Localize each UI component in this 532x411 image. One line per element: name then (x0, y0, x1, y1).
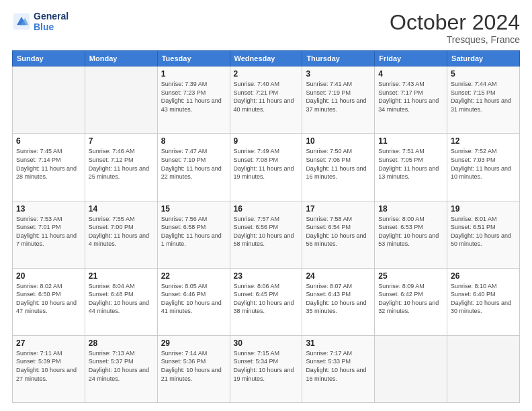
day-number: 17 (306, 204, 371, 214)
logo: General Blue (12, 11, 69, 32)
day-number: 19 (451, 204, 516, 214)
day-number: 24 (306, 271, 371, 281)
calendar-cell: 6Sunrise: 7:45 AMSunset: 7:14 PMDaylight… (13, 134, 85, 201)
day-number: 22 (161, 271, 226, 281)
day-info: Sunrise: 7:13 AMSunset: 5:37 PMDaylight:… (89, 349, 154, 383)
day-number: 15 (161, 204, 226, 214)
day-number: 18 (378, 204, 443, 214)
calendar-table: Sunday Monday Tuesday Wednesday Thursday… (12, 50, 520, 403)
calendar-cell: 25Sunrise: 8:09 AMSunset: 6:42 PMDayligh… (375, 268, 447, 335)
calendar-cell: 30Sunrise: 7:15 AMSunset: 5:34 PMDayligh… (230, 335, 302, 402)
day-number: 4 (378, 69, 443, 79)
calendar-cell: 11Sunrise: 7:51 AMSunset: 7:05 PMDayligh… (375, 134, 447, 201)
calendar-cell: 21Sunrise: 8:04 AMSunset: 6:48 PMDayligh… (85, 268, 157, 335)
day-info: Sunrise: 7:51 AMSunset: 7:05 PMDaylight:… (378, 147, 443, 181)
calendar-cell: 10Sunrise: 7:50 AMSunset: 7:06 PMDayligh… (302, 134, 375, 201)
day-number: 21 (89, 271, 154, 281)
day-info: Sunrise: 8:00 AMSunset: 6:53 PMDaylight:… (378, 215, 443, 248)
day-info: Sunrise: 7:58 AMSunset: 6:54 PMDaylight:… (306, 215, 371, 248)
calendar-cell: 22Sunrise: 8:05 AMSunset: 6:46 PMDayligh… (157, 268, 230, 335)
week-row-3: 20Sunrise: 8:02 AMSunset: 6:50 PMDayligh… (13, 268, 520, 335)
day-info: Sunrise: 8:06 AMSunset: 6:45 PMDaylight:… (234, 282, 299, 316)
week-row-1: 6Sunrise: 7:45 AMSunset: 7:14 PMDaylight… (13, 134, 520, 201)
calendar-cell: 15Sunrise: 7:56 AMSunset: 6:58 PMDayligh… (157, 201, 230, 268)
day-info: Sunrise: 8:02 AMSunset: 6:50 PMDaylight:… (16, 282, 81, 316)
calendar-cell: 24Sunrise: 8:07 AMSunset: 6:43 PMDayligh… (302, 268, 375, 335)
calendar-cell: 28Sunrise: 7:13 AMSunset: 5:37 PMDayligh… (85, 335, 157, 402)
day-number: 8 (161, 136, 226, 146)
day-number: 2 (234, 69, 299, 79)
day-info: Sunrise: 7:57 AMSunset: 6:56 PMDaylight:… (234, 215, 299, 248)
week-row-2: 13Sunrise: 7:53 AMSunset: 7:01 PMDayligh… (13, 201, 520, 268)
header-sunday: Sunday (13, 51, 85, 66)
header-saturday: Saturday (447, 51, 520, 66)
calendar-cell: 14Sunrise: 7:55 AMSunset: 7:00 PMDayligh… (85, 201, 157, 268)
calendar-cell: 26Sunrise: 8:10 AMSunset: 6:40 PMDayligh… (447, 268, 520, 335)
calendar-cell: 8Sunrise: 7:47 AMSunset: 7:10 PMDaylight… (157, 134, 230, 201)
calendar-cell: 17Sunrise: 7:58 AMSunset: 6:54 PMDayligh… (302, 201, 375, 268)
header-monday: Monday (85, 51, 157, 66)
calendar-cell: 20Sunrise: 8:02 AMSunset: 6:50 PMDayligh… (13, 268, 85, 335)
day-info: Sunrise: 7:46 AMSunset: 7:12 PMDaylight:… (89, 147, 154, 181)
calendar-cell: 4Sunrise: 7:43 AMSunset: 7:17 PMDaylight… (375, 66, 447, 134)
day-info: Sunrise: 8:10 AMSunset: 6:40 PMDaylight:… (451, 282, 516, 316)
day-info: Sunrise: 7:40 AMSunset: 7:21 PMDaylight:… (234, 80, 299, 113)
day-info: Sunrise: 8:01 AMSunset: 6:51 PMDaylight:… (451, 215, 516, 248)
calendar-cell: 19Sunrise: 8:01 AMSunset: 6:51 PMDayligh… (447, 201, 520, 268)
day-number: 6 (16, 136, 81, 146)
calendar-cell: 18Sunrise: 8:00 AMSunset: 6:53 PMDayligh… (375, 201, 447, 268)
day-info: Sunrise: 8:04 AMSunset: 6:48 PMDaylight:… (89, 282, 154, 316)
day-info: Sunrise: 7:15 AMSunset: 5:34 PMDaylight:… (234, 349, 299, 383)
day-number: 28 (89, 338, 154, 348)
calendar-cell: 2Sunrise: 7:40 AMSunset: 7:21 PMDaylight… (230, 66, 302, 134)
week-row-4: 27Sunrise: 7:11 AMSunset: 5:39 PMDayligh… (13, 335, 520, 402)
day-number: 3 (306, 69, 371, 79)
logo-icon (12, 12, 31, 31)
calendar-cell: 3Sunrise: 7:41 AMSunset: 7:19 PMDaylight… (302, 66, 375, 134)
calendar-cell: 12Sunrise: 7:52 AMSunset: 7:03 PMDayligh… (447, 134, 520, 201)
weekday-header-row: Sunday Monday Tuesday Wednesday Thursday… (13, 51, 520, 66)
header-friday: Friday (375, 51, 447, 66)
day-number: 16 (234, 204, 299, 214)
calendar-cell (13, 66, 85, 134)
day-number: 11 (378, 136, 443, 146)
day-info: Sunrise: 8:07 AMSunset: 6:43 PMDaylight:… (306, 282, 371, 316)
calendar-cell: 31Sunrise: 7:17 AMSunset: 5:33 PMDayligh… (302, 335, 375, 402)
day-number: 30 (234, 338, 299, 348)
day-info: Sunrise: 7:14 AMSunset: 5:36 PMDaylight:… (161, 349, 226, 383)
calendar-cell: 5Sunrise: 7:44 AMSunset: 7:15 PMDaylight… (447, 66, 520, 134)
day-number: 23 (234, 271, 299, 281)
month-title: October 2024 (390, 11, 520, 34)
day-info: Sunrise: 7:55 AMSunset: 7:00 PMDaylight:… (89, 215, 154, 248)
day-info: Sunrise: 7:47 AMSunset: 7:10 PMDaylight:… (161, 147, 226, 181)
day-info: Sunrise: 8:05 AMSunset: 6:46 PMDaylight:… (161, 282, 226, 316)
calendar-cell (375, 335, 447, 402)
day-number: 5 (451, 69, 516, 79)
day-number: 29 (161, 338, 226, 348)
calendar-cell: 23Sunrise: 8:06 AMSunset: 6:45 PMDayligh… (230, 268, 302, 335)
title-block: October 2024 Tresques, France (390, 11, 520, 45)
day-number: 20 (16, 271, 81, 281)
header: General Blue October 2024 Tresques, Fran… (12, 11, 520, 45)
day-number: 13 (16, 204, 81, 214)
header-wednesday: Wednesday (230, 51, 302, 66)
day-info: Sunrise: 7:43 AMSunset: 7:17 PMDaylight:… (378, 80, 443, 113)
day-info: Sunrise: 7:52 AMSunset: 7:03 PMDaylight:… (451, 147, 516, 181)
day-info: Sunrise: 7:50 AMSunset: 7:06 PMDaylight:… (306, 147, 371, 181)
day-info: Sunrise: 7:53 AMSunset: 7:01 PMDaylight:… (16, 215, 81, 248)
day-info: Sunrise: 7:44 AMSunset: 7:15 PMDaylight:… (451, 80, 516, 113)
calendar-cell: 13Sunrise: 7:53 AMSunset: 7:01 PMDayligh… (13, 201, 85, 268)
day-info: Sunrise: 7:41 AMSunset: 7:19 PMDaylight:… (306, 80, 371, 113)
calendar-cell: 9Sunrise: 7:49 AMSunset: 7:08 PMDaylight… (230, 134, 302, 201)
day-number: 9 (234, 136, 299, 146)
location: Tresques, France (390, 34, 520, 45)
header-tuesday: Tuesday (157, 51, 230, 66)
day-number: 25 (378, 271, 443, 281)
day-number: 14 (89, 204, 154, 214)
logo-text: General Blue (34, 11, 69, 32)
day-number: 26 (451, 271, 516, 281)
calendar-cell: 27Sunrise: 7:11 AMSunset: 5:39 PMDayligh… (13, 335, 85, 402)
header-thursday: Thursday (302, 51, 375, 66)
calendar-cell (447, 335, 520, 402)
calendar-cell: 1Sunrise: 7:39 AMSunset: 7:23 PMDaylight… (157, 66, 230, 134)
